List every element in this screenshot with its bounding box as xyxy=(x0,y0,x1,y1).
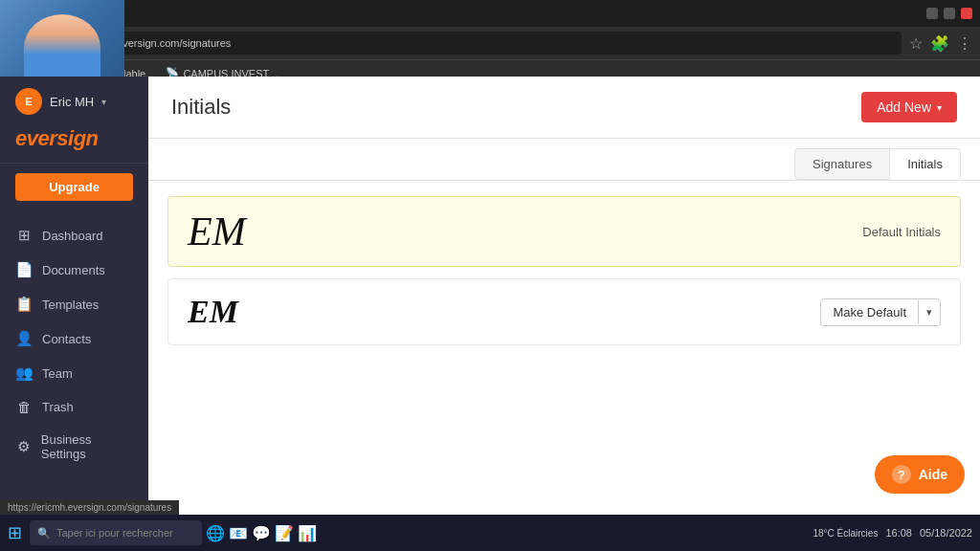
user-avatar: E xyxy=(15,88,42,115)
taskbar-icon-app2[interactable]: 📝 xyxy=(275,524,294,542)
app-container: E Eric MH ▾ eversign Upgrade ⊞ Dashboard… xyxy=(0,77,980,551)
contacts-icon: 👤 xyxy=(15,330,33,347)
menu-icon[interactable]: ⋮ xyxy=(957,34,972,53)
add-new-button[interactable]: Add New ▾ xyxy=(861,92,957,122)
documents-label: Documents xyxy=(42,263,105,277)
toolbar-icons: ☆ 🧩 ⋮ xyxy=(909,34,972,53)
taskbar-icon-browser[interactable]: 🌐 xyxy=(206,524,225,542)
sidebar-logo-area: E Eric MH ▾ eversign xyxy=(0,77,148,164)
sidebar: E Eric MH ▾ eversign Upgrade ⊞ Dashboard… xyxy=(0,77,148,551)
aide-icon: ? xyxy=(892,465,911,484)
make-default-label[interactable]: Make Default xyxy=(821,299,918,325)
sidebar-item-dashboard[interactable]: ⊞ Dashboard xyxy=(0,218,148,253)
trash-icon: 🗑 xyxy=(15,399,33,415)
sidebar-item-templates[interactable]: 📋 Templates xyxy=(0,287,148,321)
dashboard-icon: ⊞ xyxy=(15,227,33,244)
minimize-btn[interactable] xyxy=(926,8,938,19)
webcam-overlay xyxy=(0,0,124,77)
signature-row-2: EM Make Default ▾ xyxy=(167,278,961,345)
status-url: https://ericmh.eversign.com/signatures xyxy=(8,502,171,513)
sidebar-item-trash[interactable]: 🗑 Trash xyxy=(0,390,148,424)
templates-icon: 📋 xyxy=(15,296,33,313)
extension-icon[interactable]: 🧩 xyxy=(930,34,949,53)
taskbar-date: 05/18/2022 xyxy=(920,527,972,539)
templates-label: Templates xyxy=(42,298,99,312)
sidebar-nav: ⊞ Dashboard 📄 Documents 📋 Templates 👤 Co… xyxy=(0,210,148,514)
team-label: Team xyxy=(42,366,73,381)
documents-icon: 📄 xyxy=(15,261,33,278)
webcam-person xyxy=(24,14,100,77)
sidebar-item-team[interactable]: 👥 Team xyxy=(0,356,148,390)
tab-row: Signatures Initials xyxy=(148,139,980,181)
contacts-label: Contacts xyxy=(42,332,91,346)
title-bar xyxy=(0,0,980,27)
default-badge: Default Initials xyxy=(862,225,941,239)
eversign-logo: eversign xyxy=(15,126,133,151)
upgrade-button[interactable]: Upgrade xyxy=(15,173,133,201)
signature-row-default: EM Default Initials xyxy=(167,196,961,267)
main-content: Initials Add New ▾ Signatures Initials E… xyxy=(148,77,980,551)
add-new-arrow-icon: ▾ xyxy=(937,102,942,113)
add-new-label: Add New xyxy=(877,99,931,115)
make-default-dropdown-icon[interactable]: ▾ xyxy=(918,300,940,324)
tab-signatures[interactable]: Signatures xyxy=(794,148,890,180)
sidebar-item-business-settings[interactable]: ⚙ Business Settings xyxy=(0,424,148,470)
tab-initials[interactable]: Initials xyxy=(889,148,961,180)
dashboard-label: Dashboard xyxy=(42,229,103,243)
search-icon: 🔍 xyxy=(37,527,51,540)
sidebar-item-documents[interactable]: 📄 Documents xyxy=(0,253,148,287)
star-icon[interactable]: ☆ xyxy=(909,34,923,53)
close-btn[interactable] xyxy=(961,8,972,19)
browser-chrome: ‹ › ↻ 🔒 ericmh.eversign.com/signatures ☆… xyxy=(0,0,980,77)
aide-label: Aide xyxy=(919,467,947,482)
weather-text: 18°C Éclaircies xyxy=(813,528,878,539)
user-row: E Eric MH ▾ xyxy=(15,88,133,115)
taskbar-search[interactable]: 🔍 Taper ici pour rechercher xyxy=(30,520,202,545)
maximize-btn[interactable] xyxy=(944,8,955,19)
address-bar-row: ‹ › ↻ 🔒 ericmh.eversign.com/signatures ☆… xyxy=(0,27,980,59)
sidebar-item-contacts[interactable]: 👤 Contacts xyxy=(0,321,148,356)
signatures-list: EM Default Initials EM Make Default ▾ xyxy=(148,181,980,551)
team-icon: 👥 xyxy=(15,364,33,382)
aide-button[interactable]: ? Aide xyxy=(875,455,965,494)
start-button[interactable]: ⊞ xyxy=(8,522,22,543)
business-settings-label: Business Settings xyxy=(41,432,133,461)
signature-initials-2: EM xyxy=(188,294,238,330)
taskbar-icon-mail[interactable]: 📧 xyxy=(229,524,248,542)
avatar-initial: E xyxy=(25,96,32,107)
taskbar-time: 16:08 xyxy=(885,527,912,539)
user-name: Eric MH xyxy=(50,95,94,109)
address-bar[interactable]: 🔒 ericmh.eversign.com/signatures xyxy=(54,32,902,55)
make-default-btn[interactable]: Make Default ▾ xyxy=(820,298,941,326)
page-title: Initials xyxy=(171,95,231,120)
settings-icon: ⚙ xyxy=(15,438,32,455)
taskbar-icon-app3[interactable]: 📊 xyxy=(298,524,317,542)
taskbar-right: 18°C Éclaircies 16:08 05/18/2022 xyxy=(813,527,972,539)
page-header: Initials Add New ▾ xyxy=(148,77,980,139)
trash-label: Trash xyxy=(42,400,74,414)
search-placeholder: Taper ici pour rechercher xyxy=(56,527,173,539)
user-dropdown-icon[interactable]: ▾ xyxy=(101,97,106,107)
taskbar: ⊞ 🔍 Taper ici pour rechercher 🌐 📧 💬 📝 📊 … xyxy=(0,515,980,551)
taskbar-icon-app1[interactable]: 💬 xyxy=(252,524,271,542)
status-bar: https://ericmh.eversign.com/signatures xyxy=(0,500,179,515)
signature-initials-default: EM xyxy=(188,209,246,254)
